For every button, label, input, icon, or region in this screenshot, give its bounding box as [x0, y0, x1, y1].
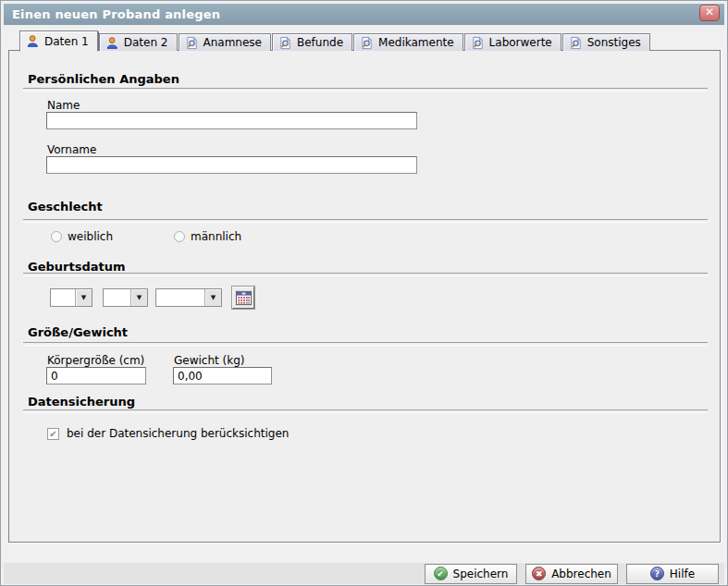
tab-bar: Daten 1 Daten 2 Anamnese Befunde Medikam… — [19, 30, 651, 51]
radio-maennlich[interactable]: männlich — [174, 230, 241, 243]
chevron-down-icon[interactable]: ▼ — [204, 289, 221, 306]
tab-label: Anamnese — [204, 36, 262, 49]
tab-anamnese[interactable]: Anamnese — [179, 33, 271, 51]
help-button[interactable]: ? Hilfe — [626, 564, 719, 584]
help-button-label: Hilfe — [670, 568, 695, 580]
section-heading-personal: Persönlichen Angaben — [28, 72, 179, 86]
chevron-down-icon[interactable]: ▼ — [130, 289, 147, 306]
titlebar: Einen neuen Proband anlegen — [4, 4, 724, 25]
save-button[interactable]: ✔ Speichern — [425, 564, 517, 584]
birth-day-value — [51, 289, 75, 306]
weight-input[interactable] — [173, 367, 272, 385]
section-divider — [23, 342, 708, 346]
chevron-down-icon[interactable]: ▼ — [75, 289, 92, 306]
save-check-icon: ✔ — [434, 567, 448, 580]
dialog-title: Einen neuen Proband anlegen — [12, 7, 220, 21]
footer-button-bar: ✔ Speichern ✖ Abbrechen ? Hilfe — [4, 563, 724, 584]
backup-checkbox[interactable]: ✔ bei der Datensicherung berücksichtigen — [47, 427, 289, 440]
radio-circle-icon — [51, 231, 62, 242]
section-divider — [23, 88, 708, 92]
section-heading-body: Größe/Gewicht — [28, 325, 128, 339]
tab-label: Sonstiges — [587, 36, 641, 49]
tab-label: Medikamente — [378, 36, 454, 49]
birth-month-value — [104, 289, 130, 306]
section-divider — [23, 409, 708, 413]
section-divider — [23, 273, 708, 276]
save-button-label: Speichern — [453, 568, 509, 580]
document-search-icon — [278, 36, 292, 50]
document-search-icon — [360, 36, 374, 50]
document-search-icon — [569, 36, 583, 50]
tab-label: Daten 2 — [124, 36, 168, 49]
name-label: Name — [47, 99, 80, 112]
height-input[interactable] — [46, 367, 146, 385]
section-heading-birthdate: Geburtsdatum — [28, 260, 126, 274]
name-input[interactable] — [46, 112, 417, 129]
close-icon[interactable]: ✕ — [699, 5, 720, 21]
tab-label: Laborwerte — [489, 36, 552, 49]
dialog-window: Einen neuen Proband anlegen ✕ Daten 1 Da… — [0, 0, 728, 586]
cancel-x-icon: ✖ — [532, 567, 546, 580]
tab-laborwerte[interactable]: Laborwerte — [464, 33, 561, 51]
tab-daten-1[interactable]: Daten 1 — [19, 31, 98, 52]
tab-label: Befunde — [297, 36, 343, 49]
birth-day-select[interactable]: ▼ — [50, 288, 93, 307]
radio-circle-icon — [174, 231, 185, 242]
calendar-icon — [235, 289, 253, 307]
help-question-icon: ? — [650, 567, 664, 580]
radio-weiblich[interactable]: weiblich — [51, 230, 113, 243]
vorname-input[interactable] — [46, 156, 417, 174]
backup-checkbox-label: bei der Datensicherung berücksichtigen — [67, 427, 289, 440]
vorname-label: Vorname — [47, 143, 96, 156]
check-icon: ✔ — [47, 428, 59, 440]
cancel-button[interactable]: ✖ Abbrechen — [525, 564, 618, 584]
calendar-button[interactable] — [232, 287, 254, 309]
birth-year-value — [156, 289, 204, 306]
tab-medikamente[interactable]: Medikamente — [353, 33, 463, 51]
document-search-icon — [185, 36, 199, 50]
height-label: Körpergröße (cm) — [47, 354, 144, 367]
tab-content-panel: Persönlichen Angaben Name Vorname Geschl… — [8, 50, 721, 543]
section-heading-backup: Datensicherung — [28, 395, 135, 409]
radio-label: männlich — [191, 230, 241, 243]
tab-daten-2[interactable]: Daten 2 — [99, 33, 178, 51]
tab-befunde[interactable]: Befunde — [272, 33, 352, 51]
section-divider — [23, 219, 708, 223]
radio-label: weiblich — [68, 230, 113, 243]
person-icon — [105, 36, 119, 50]
document-search-icon — [471, 36, 485, 50]
tab-label: Daten 1 — [44, 35, 89, 48]
cancel-button-label: Abbrechen — [551, 568, 611, 580]
weight-label: Gewicht (kg) — [174, 354, 244, 367]
birth-month-select[interactable]: ▼ — [103, 288, 148, 307]
section-heading-gender: Geschlecht — [28, 200, 103, 214]
tab-sonstiges[interactable]: Sonstiges — [562, 33, 650, 51]
person-icon — [26, 34, 40, 48]
birth-year-select[interactable]: ▼ — [155, 288, 222, 307]
